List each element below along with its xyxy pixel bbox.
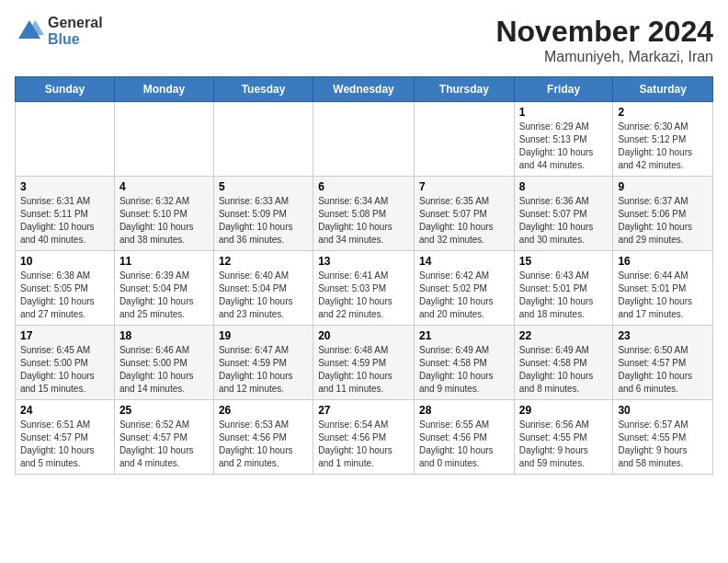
calendar-cell: 2Sunrise: 6:30 AM Sunset: 5:12 PM Daylig… xyxy=(613,102,713,177)
calendar-cell: 7Sunrise: 6:35 AM Sunset: 5:07 PM Daylig… xyxy=(414,177,514,251)
day-number: 7 xyxy=(419,180,509,193)
calendar-cell: 11Sunrise: 6:39 AM Sunset: 5:04 PM Dayli… xyxy=(114,251,213,326)
header-row: SundayMondayTuesdayWednesdayThursdayFrid… xyxy=(16,77,713,102)
header-day: Friday xyxy=(514,77,613,102)
header-day: Thursday xyxy=(414,77,514,102)
calendar-cell: 29Sunrise: 6:56 AM Sunset: 4:55 PM Dayli… xyxy=(514,400,613,475)
calendar-cell: 15Sunrise: 6:43 AM Sunset: 5:01 PM Dayli… xyxy=(514,251,613,326)
calendar-cell: 26Sunrise: 6:53 AM Sunset: 4:56 PM Dayli… xyxy=(213,400,313,475)
day-number: 22 xyxy=(519,329,609,342)
day-info: Sunrise: 6:55 AM Sunset: 4:56 PM Dayligh… xyxy=(419,419,509,470)
day-number: 12 xyxy=(219,255,308,268)
day-number: 9 xyxy=(618,180,708,193)
calendar-cell: 14Sunrise: 6:42 AM Sunset: 5:02 PM Dayli… xyxy=(414,251,514,326)
header-day: Monday xyxy=(114,77,213,102)
day-number: 18 xyxy=(119,329,209,342)
calendar-cell: 3Sunrise: 6:31 AM Sunset: 5:11 PM Daylig… xyxy=(16,177,115,251)
day-number: 10 xyxy=(20,255,109,268)
calendar-cell: 28Sunrise: 6:55 AM Sunset: 4:56 PM Dayli… xyxy=(414,400,514,475)
day-info: Sunrise: 6:47 AM Sunset: 4:59 PM Dayligh… xyxy=(219,344,308,396)
day-number: 27 xyxy=(318,404,409,417)
day-info: Sunrise: 6:49 AM Sunset: 4:58 PM Dayligh… xyxy=(419,344,509,396)
day-number: 1 xyxy=(519,106,609,119)
header-day: Wednesday xyxy=(313,77,415,102)
day-info: Sunrise: 6:35 AM Sunset: 5:07 PM Dayligh… xyxy=(419,195,509,247)
day-info: Sunrise: 6:32 AM Sunset: 5:10 PM Dayligh… xyxy=(119,195,209,247)
calendar-body: 1Sunrise: 6:29 AM Sunset: 5:13 PM Daylig… xyxy=(16,102,713,475)
header-day: Sunday xyxy=(16,77,115,102)
day-info: Sunrise: 6:39 AM Sunset: 5:04 PM Dayligh… xyxy=(119,270,209,321)
day-number: 3 xyxy=(20,180,109,193)
calendar-cell: 27Sunrise: 6:54 AM Sunset: 4:56 PM Dayli… xyxy=(313,400,415,475)
day-info: Sunrise: 6:50 AM Sunset: 4:57 PM Dayligh… xyxy=(618,344,708,396)
calendar-week-row: 3Sunrise: 6:31 AM Sunset: 5:11 PM Daylig… xyxy=(16,177,713,251)
day-number: 26 xyxy=(219,404,308,417)
day-info: Sunrise: 6:46 AM Sunset: 5:00 PM Dayligh… xyxy=(119,344,209,396)
calendar-cell: 20Sunrise: 6:48 AM Sunset: 4:59 PM Dayli… xyxy=(313,326,415,400)
calendar-cell xyxy=(16,102,115,177)
calendar-cell: 22Sunrise: 6:49 AM Sunset: 4:58 PM Dayli… xyxy=(514,326,613,400)
calendar-week-row: 24Sunrise: 6:51 AM Sunset: 4:57 PM Dayli… xyxy=(16,400,713,475)
day-info: Sunrise: 6:48 AM Sunset: 4:59 PM Dayligh… xyxy=(318,344,409,396)
calendar-cell: 24Sunrise: 6:51 AM Sunset: 4:57 PM Dayli… xyxy=(16,400,115,475)
day-number: 19 xyxy=(219,329,308,342)
calendar-cell: 30Sunrise: 6:57 AM Sunset: 4:55 PM Dayli… xyxy=(613,400,713,475)
day-info: Sunrise: 6:43 AM Sunset: 5:01 PM Dayligh… xyxy=(519,270,609,321)
calendar-cell xyxy=(213,102,313,177)
day-number: 5 xyxy=(219,180,308,193)
day-number: 20 xyxy=(318,329,409,342)
day-number: 4 xyxy=(119,180,209,193)
calendar-cell: 8Sunrise: 6:36 AM Sunset: 5:07 PM Daylig… xyxy=(514,177,613,251)
day-number: 24 xyxy=(20,404,109,417)
day-number: 16 xyxy=(618,255,708,268)
day-info: Sunrise: 6:40 AM Sunset: 5:04 PM Dayligh… xyxy=(219,270,308,321)
day-info: Sunrise: 6:53 AM Sunset: 4:56 PM Dayligh… xyxy=(219,419,308,470)
logo-general: General xyxy=(48,15,103,31)
day-number: 6 xyxy=(318,180,409,193)
day-number: 15 xyxy=(519,255,609,268)
day-number: 21 xyxy=(419,329,509,342)
calendar-cell: 17Sunrise: 6:45 AM Sunset: 5:00 PM Dayli… xyxy=(16,326,115,400)
day-info: Sunrise: 6:56 AM Sunset: 4:55 PM Dayligh… xyxy=(519,419,609,470)
calendar-cell: 5Sunrise: 6:33 AM Sunset: 5:09 PM Daylig… xyxy=(213,177,313,251)
day-info: Sunrise: 6:36 AM Sunset: 5:07 PM Dayligh… xyxy=(519,195,609,247)
day-info: Sunrise: 6:34 AM Sunset: 5:08 PM Dayligh… xyxy=(318,195,409,247)
logo-blue: Blue xyxy=(48,31,103,48)
day-number: 13 xyxy=(318,255,409,268)
header-day: Saturday xyxy=(613,77,713,102)
logo-text: General Blue xyxy=(48,15,103,47)
day-number: 17 xyxy=(20,329,109,342)
day-number: 28 xyxy=(419,404,509,417)
calendar-cell: 10Sunrise: 6:38 AM Sunset: 5:05 PM Dayli… xyxy=(16,251,115,326)
day-info: Sunrise: 6:30 AM Sunset: 5:12 PM Dayligh… xyxy=(618,121,708,172)
calendar-cell xyxy=(414,102,514,177)
day-number: 29 xyxy=(519,404,609,417)
calendar-table: SundayMondayTuesdayWednesdayThursdayFrid… xyxy=(15,76,713,475)
page-header: General Blue November 2024 Mamuniyeh, Ma… xyxy=(15,15,713,65)
day-info: Sunrise: 6:44 AM Sunset: 5:01 PM Dayligh… xyxy=(618,270,708,321)
calendar-cell: 23Sunrise: 6:50 AM Sunset: 4:57 PM Dayli… xyxy=(613,326,713,400)
month-title: November 2024 xyxy=(495,15,713,49)
day-info: Sunrise: 6:49 AM Sunset: 4:58 PM Dayligh… xyxy=(519,344,609,396)
calendar-cell: 4Sunrise: 6:32 AM Sunset: 5:10 PM Daylig… xyxy=(114,177,213,251)
calendar-cell xyxy=(114,102,213,177)
location: Mamuniyeh, Markazi, Iran xyxy=(495,49,713,65)
day-info: Sunrise: 6:41 AM Sunset: 5:03 PM Dayligh… xyxy=(318,270,409,321)
day-info: Sunrise: 6:45 AM Sunset: 5:00 PM Dayligh… xyxy=(20,344,109,396)
calendar-cell: 9Sunrise: 6:37 AM Sunset: 5:06 PM Daylig… xyxy=(613,177,713,251)
calendar-header: SundayMondayTuesdayWednesdayThursdayFrid… xyxy=(16,77,713,102)
calendar-cell: 1Sunrise: 6:29 AM Sunset: 5:13 PM Daylig… xyxy=(514,102,613,177)
day-info: Sunrise: 6:42 AM Sunset: 5:02 PM Dayligh… xyxy=(419,270,509,321)
logo-icon xyxy=(15,17,44,46)
day-number: 2 xyxy=(618,106,708,119)
calendar-cell: 19Sunrise: 6:47 AM Sunset: 4:59 PM Dayli… xyxy=(213,326,313,400)
day-number: 30 xyxy=(618,404,708,417)
day-info: Sunrise: 6:38 AM Sunset: 5:05 PM Dayligh… xyxy=(20,270,109,321)
day-info: Sunrise: 6:51 AM Sunset: 4:57 PM Dayligh… xyxy=(20,419,109,470)
calendar-cell: 13Sunrise: 6:41 AM Sunset: 5:03 PM Dayli… xyxy=(313,251,415,326)
calendar-week-row: 10Sunrise: 6:38 AM Sunset: 5:05 PM Dayli… xyxy=(16,251,713,326)
logo: General Blue xyxy=(15,15,103,47)
day-number: 11 xyxy=(119,255,209,268)
calendar-cell: 21Sunrise: 6:49 AM Sunset: 4:58 PM Dayli… xyxy=(414,326,514,400)
calendar-cell: 6Sunrise: 6:34 AM Sunset: 5:08 PM Daylig… xyxy=(313,177,415,251)
